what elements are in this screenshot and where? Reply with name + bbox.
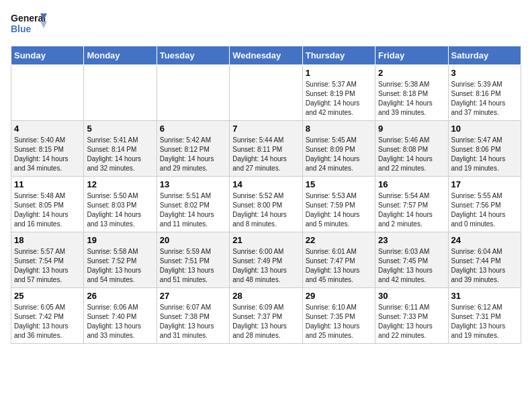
day-detail: Sunrise: 5:40 AM Sunset: 8:15 PM Dayligh… [14, 136, 81, 173]
day-number: 9 [378, 124, 445, 134]
calendar-cell: 23Sunrise: 6:03 AM Sunset: 7:45 PM Dayli… [375, 232, 448, 288]
calendar-cell: 3Sunrise: 5:39 AM Sunset: 8:16 PM Daylig… [448, 65, 521, 121]
day-number: 18 [14, 235, 81, 245]
calendar-cell: 30Sunrise: 6:11 AM Sunset: 7:33 PM Dayli… [375, 288, 448, 344]
calendar-cell: 10Sunrise: 5:47 AM Sunset: 8:06 PM Dayli… [448, 121, 521, 177]
weekday-header-sunday: Sunday [11, 46, 84, 65]
day-detail: Sunrise: 5:38 AM Sunset: 8:18 PM Dayligh… [378, 80, 445, 118]
day-number: 1 [306, 68, 372, 78]
calendar-cell: 20Sunrise: 5:59 AM Sunset: 7:51 PM Dayli… [157, 232, 229, 288]
weekday-header-tuesday: Tuesday [157, 46, 229, 65]
day-detail: Sunrise: 5:44 AM Sunset: 8:11 PM Dayligh… [232, 136, 299, 173]
calendar-cell: 7Sunrise: 5:44 AM Sunset: 8:11 PM Daylig… [230, 121, 302, 177]
day-number: 15 [306, 179, 372, 189]
day-number: 10 [451, 124, 518, 134]
day-number: 20 [160, 235, 226, 245]
day-number: 29 [306, 291, 372, 301]
day-detail: Sunrise: 6:00 AM Sunset: 7:49 PM Dayligh… [232, 247, 299, 285]
day-detail: Sunrise: 6:09 AM Sunset: 7:37 PM Dayligh… [232, 303, 299, 340]
day-detail: Sunrise: 6:07 AM Sunset: 7:38 PM Dayligh… [160, 303, 226, 340]
calendar-cell [157, 65, 229, 121]
calendar-header: SundayMondayTuesdayWednesdayThursdayFrid… [11, 46, 521, 65]
day-number: 26 [87, 291, 153, 301]
weekday-header-wednesday: Wednesday [230, 46, 302, 65]
calendar-cell: 17Sunrise: 5:55 AM Sunset: 7:56 PM Dayli… [448, 177, 521, 232]
logo-svg: GeneralBlue [11, 11, 51, 39]
day-number: 17 [451, 179, 518, 189]
calendar-cell: 25Sunrise: 6:05 AM Sunset: 7:42 PM Dayli… [11, 288, 84, 344]
calendar-cell: 4Sunrise: 5:40 AM Sunset: 8:15 PM Daylig… [11, 121, 84, 177]
calendar-week-5: 25Sunrise: 6:05 AM Sunset: 7:42 PM Dayli… [11, 288, 521, 344]
day-number: 19 [87, 235, 153, 245]
day-number: 13 [160, 179, 226, 189]
svg-marker-3 [40, 21, 47, 28]
day-detail: Sunrise: 5:47 AM Sunset: 8:06 PM Dayligh… [451, 136, 518, 173]
calendar-cell: 27Sunrise: 6:07 AM Sunset: 7:38 PM Dayli… [157, 288, 229, 344]
day-detail: Sunrise: 5:42 AM Sunset: 8:12 PM Dayligh… [160, 136, 226, 173]
calendar-week-3: 11Sunrise: 5:48 AM Sunset: 8:05 PM Dayli… [11, 177, 521, 232]
calendar-cell: 1Sunrise: 5:37 AM Sunset: 8:19 PM Daylig… [302, 65, 375, 121]
day-detail: Sunrise: 6:06 AM Sunset: 7:40 PM Dayligh… [87, 303, 153, 340]
day-number: 27 [160, 291, 226, 301]
day-number: 25 [14, 291, 81, 301]
calendar-cell: 28Sunrise: 6:09 AM Sunset: 7:37 PM Dayli… [230, 288, 302, 344]
calendar-cell: 14Sunrise: 5:52 AM Sunset: 8:00 PM Dayli… [230, 177, 302, 232]
calendar-cell: 11Sunrise: 5:48 AM Sunset: 8:05 PM Dayli… [11, 177, 84, 232]
day-number: 6 [160, 124, 226, 134]
weekday-header-row: SundayMondayTuesdayWednesdayThursdayFrid… [11, 46, 521, 65]
day-detail: Sunrise: 5:59 AM Sunset: 7:51 PM Dayligh… [160, 247, 226, 285]
weekday-header-thursday: Thursday [302, 46, 375, 65]
day-detail: Sunrise: 5:54 AM Sunset: 7:57 PM Dayligh… [378, 191, 445, 229]
day-number: 3 [451, 68, 518, 78]
calendar-table: SundayMondayTuesdayWednesdayThursdayFrid… [11, 46, 521, 344]
day-detail: Sunrise: 5:41 AM Sunset: 8:14 PM Dayligh… [87, 136, 153, 173]
day-detail: Sunrise: 6:11 AM Sunset: 7:33 PM Dayligh… [378, 303, 445, 340]
calendar-cell: 16Sunrise: 5:54 AM Sunset: 7:57 PM Dayli… [375, 177, 448, 232]
calendar-week-4: 18Sunrise: 5:57 AM Sunset: 7:54 PM Dayli… [11, 232, 521, 288]
day-number: 24 [451, 235, 518, 245]
calendar-cell: 26Sunrise: 6:06 AM Sunset: 7:40 PM Dayli… [84, 288, 157, 344]
logo: GeneralBlue [11, 11, 51, 39]
calendar-cell [84, 65, 157, 121]
calendar-cell: 18Sunrise: 5:57 AM Sunset: 7:54 PM Dayli… [11, 232, 84, 288]
day-detail: Sunrise: 5:51 AM Sunset: 8:02 PM Dayligh… [160, 191, 226, 229]
day-detail: Sunrise: 5:52 AM Sunset: 8:00 PM Dayligh… [232, 191, 299, 229]
day-detail: Sunrise: 5:53 AM Sunset: 7:59 PM Dayligh… [306, 191, 372, 229]
day-detail: Sunrise: 6:12 AM Sunset: 7:31 PM Dayligh… [451, 303, 518, 340]
day-detail: Sunrise: 5:48 AM Sunset: 8:05 PM Dayligh… [14, 191, 81, 229]
calendar-cell: 29Sunrise: 6:10 AM Sunset: 7:35 PM Dayli… [302, 288, 375, 344]
weekday-header-monday: Monday [84, 46, 157, 65]
day-detail: Sunrise: 6:10 AM Sunset: 7:35 PM Dayligh… [306, 303, 372, 340]
calendar-cell: 13Sunrise: 5:51 AM Sunset: 8:02 PM Dayli… [157, 177, 229, 232]
calendar-cell: 24Sunrise: 6:04 AM Sunset: 7:44 PM Dayli… [448, 232, 521, 288]
day-detail: Sunrise: 5:55 AM Sunset: 7:56 PM Dayligh… [451, 191, 518, 229]
day-number: 7 [232, 124, 299, 134]
weekday-header-saturday: Saturday [448, 46, 521, 65]
day-detail: Sunrise: 5:50 AM Sunset: 8:03 PM Dayligh… [87, 191, 153, 229]
calendar-cell: 21Sunrise: 6:00 AM Sunset: 7:49 PM Dayli… [230, 232, 302, 288]
day-number: 14 [232, 179, 299, 189]
svg-text:Blue: Blue [11, 24, 32, 34]
calendar-cell: 9Sunrise: 5:46 AM Sunset: 8:08 PM Daylig… [375, 121, 448, 177]
day-detail: Sunrise: 5:37 AM Sunset: 8:19 PM Dayligh… [306, 80, 372, 118]
day-detail: Sunrise: 5:45 AM Sunset: 8:09 PM Dayligh… [306, 136, 372, 173]
day-number: 4 [14, 124, 81, 134]
day-number: 31 [451, 291, 518, 301]
day-number: 2 [378, 68, 445, 78]
day-detail: Sunrise: 5:39 AM Sunset: 8:16 PM Dayligh… [451, 80, 518, 118]
calendar-cell: 6Sunrise: 5:42 AM Sunset: 8:12 PM Daylig… [157, 121, 229, 177]
calendar-week-2: 4Sunrise: 5:40 AM Sunset: 8:15 PM Daylig… [11, 121, 521, 177]
day-detail: Sunrise: 5:46 AM Sunset: 8:08 PM Dayligh… [378, 136, 445, 173]
calendar-cell [230, 65, 302, 121]
calendar-cell: 19Sunrise: 5:58 AM Sunset: 7:52 PM Dayli… [84, 232, 157, 288]
calendar-cell: 2Sunrise: 5:38 AM Sunset: 8:18 PM Daylig… [375, 65, 448, 121]
day-detail: Sunrise: 5:57 AM Sunset: 7:54 PM Dayligh… [14, 247, 81, 285]
day-detail: Sunrise: 5:58 AM Sunset: 7:52 PM Dayligh… [87, 247, 153, 285]
day-number: 22 [306, 235, 372, 245]
day-detail: Sunrise: 6:03 AM Sunset: 7:45 PM Dayligh… [378, 247, 445, 285]
day-number: 16 [378, 179, 445, 189]
day-number: 30 [378, 291, 445, 301]
calendar-cell: 15Sunrise: 5:53 AM Sunset: 7:59 PM Dayli… [302, 177, 375, 232]
page-header: GeneralBlue [11, 11, 521, 39]
day-number: 11 [14, 179, 81, 189]
